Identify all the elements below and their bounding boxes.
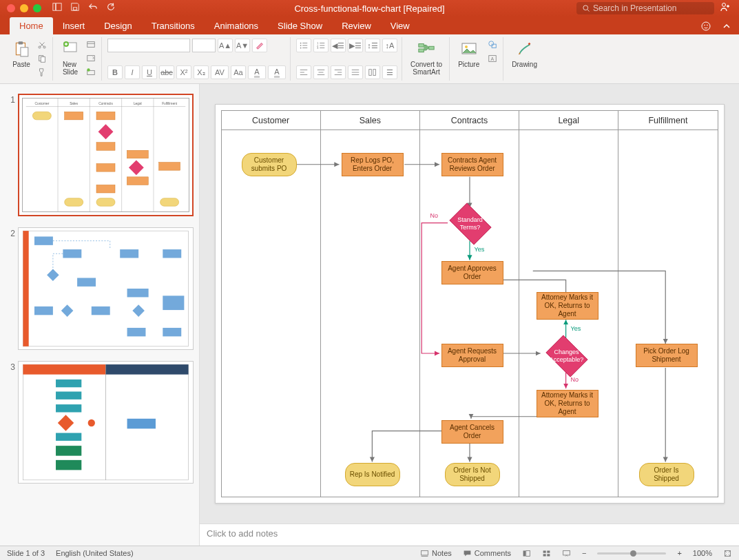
zoom-slider[interactable]: [597, 552, 666, 554]
node-process[interactable]: Agent Requests Approval: [441, 344, 503, 367]
node-decision[interactable]: Changes Acceptable?: [543, 339, 591, 373]
text-direction-button[interactable]: ↕A: [382, 39, 397, 52]
tab-slideshow[interactable]: Slide Show: [268, 17, 332, 34]
font-color-button[interactable]: A: [268, 65, 286, 79]
emoji-icon[interactable]: [700, 21, 711, 34]
textbox-icon[interactable]: A: [486, 52, 499, 65]
node-terminator[interactable]: Order Is Not Shipped: [445, 463, 500, 486]
line-spacing-button[interactable]: ↕☰: [365, 39, 380, 52]
fit-window-button[interactable]: [723, 549, 732, 558]
font-size-select[interactable]: [192, 39, 216, 52]
node-terminator[interactable]: Order Is Shipped: [639, 463, 694, 486]
change-case-button[interactable]: Aa: [231, 65, 246, 79]
indent-button[interactable]: ▶☰: [348, 39, 363, 52]
node-process[interactable]: Pick Order Log Shipment: [636, 344, 698, 367]
notes-toggle[interactable]: Notes: [420, 549, 452, 558]
new-slide-button[interactable]: New Slide: [59, 39, 82, 79]
maximize-window-button[interactable]: [33, 4, 41, 12]
char-spacing-button[interactable]: AV: [211, 65, 229, 79]
tab-animations[interactable]: Animations: [205, 17, 268, 34]
tab-home[interactable]: Home: [10, 17, 53, 34]
zoom-out-button[interactable]: −: [582, 549, 586, 557]
close-window-button[interactable]: [7, 4, 15, 12]
tab-insert[interactable]: Insert: [53, 17, 95, 34]
svg-rect-75: [127, 177, 148, 185]
align-text-button[interactable]: ☰: [382, 65, 397, 79]
thumbnail-3[interactable]: 3: [6, 361, 194, 484]
search-input[interactable]: [593, 3, 703, 13]
columns-button[interactable]: [365, 65, 380, 79]
align-left-button[interactable]: [296, 65, 311, 79]
node-process[interactable]: Contracts Agent Reviews Order: [441, 153, 503, 176]
drawing-button[interactable]: Drawing: [509, 39, 540, 70]
cut-icon[interactable]: [36, 39, 48, 51]
lane-header: Contracts: [420, 111, 519, 130]
tab-view[interactable]: View: [381, 17, 419, 34]
slide-thumbnails-panel[interactable]: 1 CustomerSalesContractsLegalFulfillment: [0, 84, 200, 546]
language-indicator[interactable]: English (United States): [56, 549, 134, 557]
shrink-font-button[interactable]: A▼: [235, 39, 250, 52]
bold-button[interactable]: B: [107, 65, 123, 79]
svg-rect-90: [34, 307, 53, 315]
share-button[interactable]: [720, 1, 731, 15]
node-terminator[interactable]: Customer submits PO: [242, 153, 297, 176]
svg-point-24: [300, 45, 302, 46]
slideshow-view-button[interactable]: [562, 549, 571, 558]
zoom-level[interactable]: 100%: [693, 549, 712, 557]
tab-design[interactable]: Design: [94, 17, 141, 34]
highlight-button[interactable]: A: [248, 65, 266, 79]
superscript-button[interactable]: X²: [176, 65, 191, 79]
subscript-button[interactable]: X₂: [194, 65, 209, 79]
align-justify-button[interactable]: [348, 65, 363, 79]
align-right-button[interactable]: [331, 65, 346, 79]
save-icon[interactable]: [70, 2, 80, 14]
minimize-window-button[interactable]: [20, 4, 28, 12]
node-process[interactable]: Attorney Marks it OK, Returns to Agent: [537, 390, 599, 417]
comments-toggle[interactable]: Comments: [463, 549, 511, 558]
numbering-button[interactable]: 123: [313, 39, 329, 52]
svg-rect-118: [563, 550, 570, 555]
strike-button[interactable]: abc: [159, 65, 174, 79]
picture-button[interactable]: Picture: [455, 39, 482, 70]
paste-button[interactable]: Paste: [10, 39, 33, 79]
svg-rect-101: [56, 380, 81, 387]
italic-button[interactable]: I: [125, 65, 140, 79]
node-terminator[interactable]: Rep Is Notified: [345, 463, 400, 486]
tab-transitions[interactable]: Transitions: [142, 17, 205, 34]
clear-format-button[interactable]: [252, 39, 267, 52]
tab-review[interactable]: Review: [332, 17, 381, 34]
slide[interactable]: Customer Sales Contracts Legal Fulfillme…: [215, 104, 725, 504]
font-family-select[interactable]: [107, 39, 190, 52]
repeat-icon[interactable]: [106, 2, 116, 14]
reset-icon[interactable]: [85, 52, 97, 65]
undo-icon[interactable]: [88, 2, 98, 14]
grow-font-button[interactable]: A▲: [218, 39, 233, 52]
sorter-view-button[interactable]: [542, 549, 551, 558]
node-process[interactable]: Rep Logs PO, Enters Order: [342, 153, 404, 176]
convert-smartart-button[interactable]: Convert to SmartArt: [408, 39, 445, 77]
thumbnail-2[interactable]: 2: [6, 227, 194, 350]
zoom-in-button[interactable]: +: [677, 549, 681, 557]
align-center-button[interactable]: [313, 65, 329, 79]
node-decision[interactable]: Standard Terms?: [446, 207, 495, 241]
svg-rect-77: [96, 185, 115, 193]
layout-icon[interactable]: [85, 39, 97, 51]
shapes-icon[interactable]: [486, 39, 499, 51]
notes-pane[interactable]: Click to add notes: [200, 523, 739, 546]
svg-point-26: [300, 48, 302, 49]
node-process[interactable]: Attorney Marks it OK, Returns to Agent: [537, 292, 599, 320]
copy-icon[interactable]: [36, 52, 48, 65]
bullets-button[interactable]: [296, 39, 311, 52]
collapse-ribbon-icon[interactable]: [721, 21, 732, 34]
underline-button[interactable]: U: [142, 65, 157, 79]
search-box[interactable]: [576, 2, 714, 14]
toggle-filmstrip-icon[interactable]: [52, 2, 62, 14]
node-process[interactable]: Agent Approves Order: [441, 261, 503, 284]
outdent-button[interactable]: ◀☰: [331, 39, 346, 52]
node-process[interactable]: Agent Cancels Order: [441, 420, 503, 444]
slide-canvas-area: Customer Sales Contracts Legal Fulfillme…: [200, 84, 739, 546]
thumbnail-1[interactable]: 1 CustomerSalesContractsLegalFulfillment: [6, 94, 194, 216]
normal-view-button[interactable]: [522, 549, 531, 558]
format-painter-icon[interactable]: [36, 66, 48, 79]
section-icon[interactable]: [85, 66, 97, 79]
